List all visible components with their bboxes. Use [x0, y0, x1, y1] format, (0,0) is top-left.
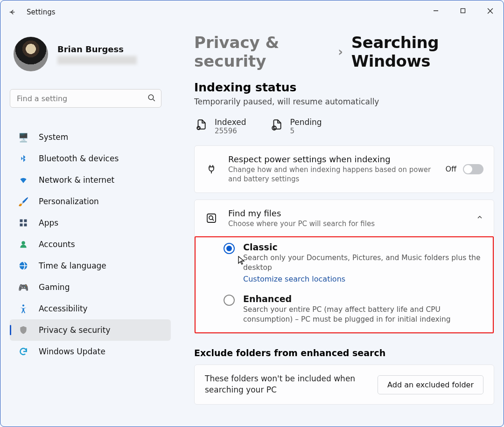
find-card-title: Find my files — [228, 208, 466, 218]
nav-list: 🖥️System Bluetooth & devices Network & i… — [10, 126, 171, 362]
sidebar-item-time-language[interactable]: Time & language — [10, 255, 171, 276]
user-email — [57, 56, 137, 64]
indexed-label: Indexed — [215, 117, 246, 127]
svg-point-8 — [22, 304, 24, 306]
plug-icon — [205, 163, 218, 176]
svg-rect-0 — [461, 9, 465, 13]
search-icon — [147, 94, 156, 104]
radio-enhanced[interactable]: Enhanced Search your entire PC (may affe… — [224, 294, 486, 324]
svg-point-12 — [209, 216, 213, 220]
sidebar-item-label: Windows Update — [39, 347, 105, 356]
indexing-subtitle: Temporarily paused, will resume automati… — [194, 97, 494, 106]
find-options-highlight: Classic Search only your Documents, Pict… — [195, 236, 494, 334]
sidebar-item-personalization[interactable]: 🖌️Personalization — [10, 191, 171, 212]
svg-point-10 — [272, 126, 276, 130]
sidebar-item-label: Time & language — [39, 261, 106, 270]
chevron-right-icon: › — [338, 45, 343, 59]
sidebar-item-apps[interactable]: Apps — [10, 212, 171, 234]
paintbrush-icon: 🖌️ — [18, 196, 28, 207]
sidebar-item-accessibility[interactable]: Accessibility — [10, 298, 171, 319]
power-toggle[interactable] — [463, 164, 483, 174]
radio-classic-sub: Search only your Documents, Pictures, an… — [243, 253, 486, 273]
sidebar-item-privacy[interactable]: Privacy & security — [10, 319, 171, 341]
find-card-sub: Choose where your PC will search for fil… — [228, 219, 466, 228]
sidebar-item-label: Bluetooth & devices — [39, 154, 119, 163]
radio-classic-input[interactable] — [224, 243, 235, 254]
exclude-text: These folders won't be included when sea… — [205, 373, 367, 396]
indexing-stats: Indexed 25596 Pending 5 — [194, 117, 494, 135]
svg-point-6 — [21, 241, 25, 245]
breadcrumb-root[interactable]: Privacy & security — [194, 33, 329, 70]
power-settings-card[interactable]: Respect power settings when indexing Cha… — [194, 145, 494, 193]
user-name: Brian Burgess — [57, 44, 137, 54]
search-input[interactable] — [10, 89, 161, 108]
sidebar-item-system[interactable]: 🖥️System — [10, 126, 171, 148]
update-icon — [18, 346, 28, 357]
breadcrumb: Privacy & security › Searching Windows — [194, 33, 494, 70]
maximize-button[interactable] — [449, 0, 476, 21]
sidebar-item-gaming[interactable]: 🎮Gaming — [10, 276, 171, 298]
indexed-value: 25596 — [215, 127, 246, 135]
globe-icon — [18, 261, 28, 271]
sidebar-item-accounts[interactable]: Accounts — [10, 234, 171, 255]
find-my-files-card: Find my files Choose where your PC will … — [194, 200, 494, 334]
radio-enhanced-input[interactable] — [224, 295, 235, 306]
sidebar-item-label: Privacy & security — [39, 325, 111, 335]
exclude-heading: Exclude folders from enhanced search — [194, 348, 494, 358]
radio-classic-title: Classic — [243, 242, 486, 252]
svg-point-1 — [148, 95, 154, 100]
monitor-icon: 🖥️ — [18, 132, 28, 142]
bluetooth-icon — [18, 153, 28, 164]
power-card-sub: Change how and when indexing happens bas… — [228, 165, 435, 184]
gamepad-icon: 🎮 — [18, 282, 28, 292]
sidebar-item-label: Network & internet — [39, 175, 114, 185]
person-icon — [18, 239, 28, 249]
svg-rect-11 — [207, 214, 216, 222]
power-toggle-state: Off — [445, 165, 456, 173]
exclude-card: These folders won't be included when sea… — [194, 365, 494, 405]
sidebar-item-bluetooth[interactable]: Bluetooth & devices — [10, 148, 171, 169]
pending-value: 5 — [290, 127, 322, 135]
close-button[interactable] — [476, 0, 504, 21]
accessibility-icon — [18, 303, 28, 314]
indexing-heading: Indexing status — [194, 81, 494, 94]
customize-search-link[interactable]: Customize search locations — [243, 275, 345, 283]
user-profile[interactable]: Brian Burgess — [10, 33, 171, 75]
radio-classic[interactable]: Classic Search only your Documents, Pict… — [224, 242, 486, 283]
shield-icon — [18, 325, 28, 335]
chevron-up-icon — [476, 214, 483, 223]
svg-rect-5 — [24, 224, 27, 227]
add-excluded-folder-button[interactable]: Add an excluded folder — [378, 375, 483, 394]
power-card-title: Respect power settings when indexing — [228, 154, 435, 164]
search-input-wrap — [10, 89, 161, 108]
radio-enhanced-sub: Search your entire PC (may affect batter… — [243, 305, 486, 324]
find-my-files-header[interactable]: Find my files Choose where your PC will … — [195, 200, 494, 237]
svg-rect-2 — [20, 220, 23, 222]
back-button[interactable] — [0, 0, 24, 24]
file-check-icon — [194, 117, 208, 131]
radio-enhanced-title: Enhanced — [243, 294, 486, 304]
sidebar-item-label: Apps — [39, 218, 58, 227]
search-file-icon — [205, 212, 218, 225]
breadcrumb-leaf: Searching Windows — [351, 33, 494, 70]
svg-rect-4 — [20, 224, 23, 227]
avatar — [14, 37, 48, 71]
svg-rect-3 — [24, 220, 27, 222]
apps-icon — [18, 218, 28, 228]
wifi-icon — [18, 175, 28, 185]
sidebar-item-network[interactable]: Network & internet — [10, 169, 171, 191]
pending-label: Pending — [290, 117, 322, 127]
minimize-button[interactable] — [422, 0, 449, 21]
file-sync-icon — [270, 117, 284, 131]
sidebar-item-label: Accessibility — [39, 304, 88, 313]
sidebar-item-label: Gaming — [39, 282, 70, 292]
sidebar-item-label: Accounts — [39, 240, 75, 249]
window-title: Settings — [27, 8, 56, 16]
sidebar-item-label: System — [39, 132, 68, 142]
sidebar-item-windows-update[interactable]: Windows Update — [10, 341, 171, 362]
sidebar-item-label: Personalization — [39, 197, 99, 206]
